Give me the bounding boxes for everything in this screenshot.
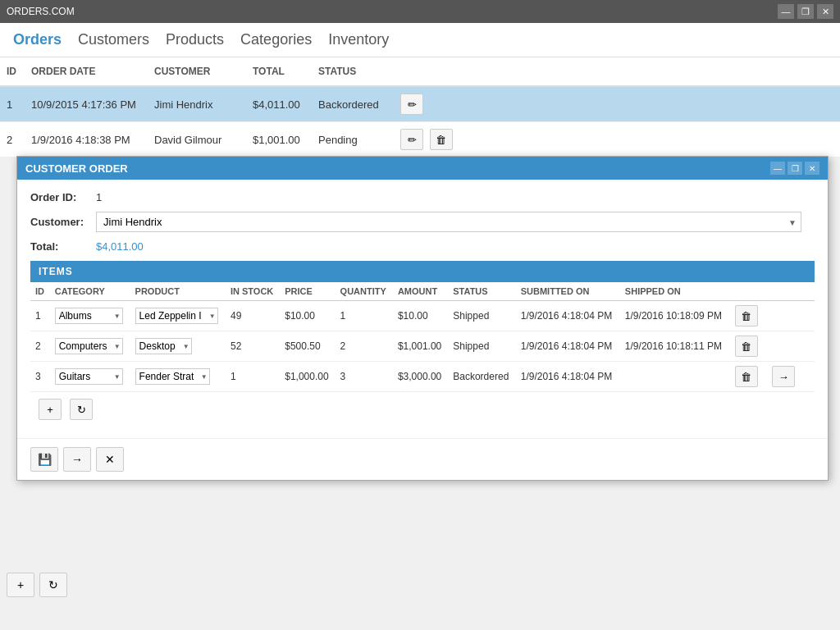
item-instock-2: 52 [226, 331, 280, 362]
item-amount-2: $1,001.00 [393, 331, 448, 362]
modal-minimize-button[interactable]: — [770, 162, 785, 175]
title-bar: ORDERS.COM — ❐ ✕ [0, 0, 840, 23]
order-status-1: Backordered [312, 97, 394, 112]
col-header-actions [394, 68, 840, 75]
customer-select-wrapper: Jimi Hendrix David Gilmour ▼ [96, 212, 801, 232]
modal-title-controls: — ❐ ✕ [770, 162, 819, 175]
customer-order-modal: CUSTOMER ORDER — ❐ ✕ Order ID: 1 Custome… [16, 156, 829, 481]
items-table: ID CATEGORY PRODUCT IN STOCK PRICE QUANT… [30, 282, 815, 392]
items-column-headers: ID CATEGORY PRODUCT IN STOCK PRICE QUANT… [30, 282, 815, 301]
order-id-1: 1 [0, 97, 25, 112]
delete-button-2[interactable]: 🗑 [430, 129, 453, 150]
refresh-items-button[interactable]: ↻ [70, 399, 93, 420]
nav-inventory[interactable]: Inventory [328, 31, 389, 48]
item-product-1: Led Zeppelin I [130, 301, 226, 331]
orders-table-header: ID ORDER DATE CUSTOMER TOTAL STATUS [0, 57, 840, 87]
item-category-2: ComputersAlbumsGuitars [50, 331, 130, 362]
col-header-total: TOTAL [246, 62, 312, 80]
item-product-3: Fender Strat [130, 362, 226, 392]
item-extra1-2 [767, 331, 804, 362]
nav-categories[interactable]: Categories [240, 31, 312, 48]
item-price-1: $10.00 [280, 301, 335, 331]
item-row-1: 1 AlbumsComputersGuitars Led Zeppelin I [30, 301, 815, 331]
product-select-cell-1: Led Zeppelin I [135, 308, 218, 324]
item-id-3: 3 [30, 362, 50, 392]
items-table-head: ID CATEGORY PRODUCT IN STOCK PRICE QUANT… [30, 282, 815, 301]
modal-title: CUSTOMER ORDER [25, 162, 128, 175]
order-row-1[interactable]: 1 10/9/2015 4:17:36 PM Jimi Hendrix $4,0… [0, 87, 840, 122]
item-extra2-1 [805, 301, 815, 331]
total-label: Total: [30, 240, 96, 253]
title-bar-controls: — ❐ ✕ [778, 4, 833, 19]
items-col-category: CATEGORY [50, 282, 130, 301]
item-delete-button-1[interactable]: 🗑 [735, 305, 758, 326]
modal-footer: 💾 → ✕ [17, 438, 828, 480]
item-quantity-1: 1 [336, 301, 393, 331]
product-select-2[interactable]: Desktop [135, 338, 192, 354]
item-delete-button-2[interactable]: 🗑 [735, 336, 758, 357]
category-select-cell-1: AlbumsComputersGuitars [55, 308, 123, 324]
category-select-3[interactable]: GuitarsAlbumsComputers [55, 368, 123, 385]
item-quantity-2: 2 [336, 331, 393, 362]
order-id-field: Order ID: 1 [30, 191, 815, 203]
item-extra2-2 [805, 331, 815, 362]
item-id-1: 1 [30, 301, 50, 331]
orders-table: ID ORDER DATE CUSTOMER TOTAL STATUS 1 10… [0, 57, 840, 158]
product-select-3[interactable]: Fender Strat [135, 368, 210, 385]
items-section: ITEMS ID CATEGORY PRODUCT IN STOCK PRICE… [30, 261, 815, 427]
nav-customers[interactable]: Customers [78, 31, 149, 48]
edit-button-1[interactable]: ✏ [400, 94, 423, 115]
order-id-label: Order ID: [30, 191, 96, 203]
order-id-2: 2 [0, 132, 25, 148]
items-table-body: 1 AlbumsComputersGuitars Led Zeppelin I [30, 301, 815, 392]
items-col-quantity: QUANTITY [336, 282, 393, 301]
item-extra2-3 [805, 362, 815, 392]
app-title: ORDERS.COM [7, 6, 75, 17]
maximize-button[interactable]: ❐ [797, 4, 814, 19]
item-amount-1: $10.00 [393, 301, 448, 331]
category-select-2[interactable]: ComputersAlbumsGuitars [55, 338, 123, 354]
items-header: ITEMS [30, 261, 815, 282]
save-order-button[interactable]: 💾 [30, 447, 58, 472]
item-next-button-3[interactable]: → [772, 366, 795, 387]
item-submitted-2: 1/9/2016 4:18:04 PM [516, 331, 620, 362]
order-id-value: 1 [96, 191, 102, 203]
nav-products[interactable]: Products [166, 31, 224, 48]
col-header-customer: CUSTOMER [148, 62, 246, 80]
items-col-price: PRICE [280, 282, 335, 301]
col-header-status: STATUS [312, 62, 394, 80]
modal-maximize-button[interactable]: ❐ [788, 162, 802, 175]
item-delete-button-3[interactable]: 🗑 [735, 366, 758, 387]
customer-select[interactable]: Jimi Hendrix David Gilmour [96, 212, 801, 232]
order-total-2: $1,001.00 [246, 132, 312, 148]
item-status-1: Shipped [448, 301, 515, 331]
customer-field: Customer: Jimi Hendrix David Gilmour ▼ [30, 212, 815, 232]
nav-orders[interactable]: Orders [13, 31, 62, 48]
close-button[interactable]: ✕ [817, 4, 833, 19]
modal-titlebar: CUSTOMER ORDER — ❐ ✕ [17, 157, 828, 180]
total-field: Total: $4,011.00 [30, 240, 815, 253]
product-select-1[interactable]: Led Zeppelin I [135, 308, 218, 324]
cancel-order-button[interactable]: ✕ [96, 447, 124, 472]
item-id-2: 2 [30, 331, 50, 362]
col-header-order-date: ORDER DATE [25, 62, 148, 80]
total-value: $4,011.00 [96, 240, 144, 253]
add-item-button[interactable]: + [39, 399, 62, 420]
items-col-extra2 [805, 282, 815, 301]
item-quantity-3: 3 [336, 362, 393, 392]
next-order-button[interactable]: → [63, 447, 91, 472]
item-next-cell-3: → [767, 362, 804, 392]
refresh-orders-button[interactable]: ↻ [39, 573, 67, 597]
modal-close-button[interactable]: ✕ [805, 162, 819, 175]
minimize-button[interactable]: — [778, 4, 794, 19]
edit-button-2[interactable]: ✏ [400, 129, 423, 150]
customer-label: Customer: [30, 216, 96, 228]
item-row-2: 2 ComputersAlbumsGuitars Desktop [30, 331, 815, 362]
item-instock-3: 1 [226, 362, 280, 392]
add-order-button[interactable]: + [7, 573, 34, 597]
item-amount-3: $3,000.00 [393, 362, 448, 392]
order-row-2[interactable]: 2 1/9/2016 4:18:38 PM David Gilmour $1,0… [0, 122, 840, 158]
category-select-1[interactable]: AlbumsComputersGuitars [55, 308, 123, 324]
items-col-actions [730, 282, 767, 301]
item-delete-cell-1: 🗑 [730, 301, 767, 331]
